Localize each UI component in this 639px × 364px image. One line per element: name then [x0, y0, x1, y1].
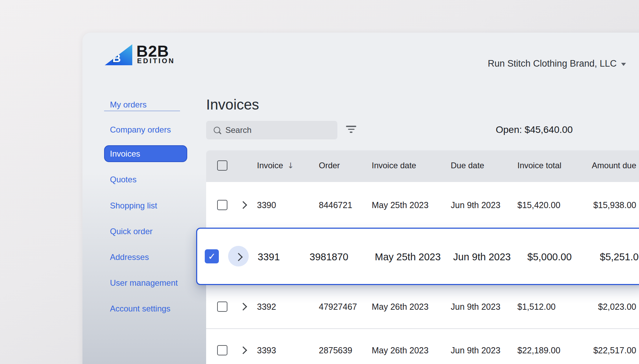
sort-desc-icon: ↓	[287, 161, 294, 170]
cell-amount-due: $5,251.00	[600, 251, 639, 263]
chevron-right-icon[interactable]	[239, 303, 247, 311]
table-row[interactable]: 3390 8446721 May 25th 2023 Jun 9th 2023 …	[206, 182, 639, 228]
row-checkbox[interactable]	[217, 345, 227, 355]
search-box	[206, 121, 337, 139]
logo-text-sub: EDITION	[137, 57, 175, 65]
row-checkbox-checked[interactable]: ✓	[205, 249, 219, 263]
sidebar-item-quotes[interactable]: Quotes	[110, 175, 136, 184]
open-amount-summary: Open: $45,640.00	[496, 124, 573, 135]
filter-button[interactable]	[345, 126, 358, 136]
cell-amount-due: $2,023.00	[598, 302, 636, 312]
cell-order: 3981870	[310, 251, 348, 263]
cell-invoice-total: $22,189.00	[517, 345, 560, 355]
cell-order: 2875639	[319, 345, 352, 355]
sidebar-divider	[104, 111, 180, 111]
cell-invoice: 3391	[258, 251, 280, 263]
cell-due-date: Jun 9th 2023	[451, 200, 501, 210]
cell-invoice-total: $5,000.00	[527, 251, 572, 263]
sidebar-item-addresses[interactable]: Addresses	[110, 252, 149, 262]
sidebar-item-quick-order[interactable]: Quick order	[110, 227, 153, 236]
cell-invoice: 3392	[257, 302, 276, 312]
cell-invoice-date: May 26th 2023	[372, 345, 428, 355]
sidebar-item-account-settings[interactable]: Account settings	[110, 304, 170, 314]
sidebar-item-shopping-list[interactable]: Shopping list	[110, 201, 157, 211]
cell-invoice-date: May 26th 2023	[372, 302, 428, 312]
chevron-right-icon[interactable]	[239, 201, 247, 209]
search-input[interactable]	[206, 121, 337, 139]
cell-invoice-date: May 25th 2023	[372, 200, 428, 210]
sidebar-item-invoices-active[interactable]: Invoices	[104, 145, 187, 162]
cell-amount-due: $22,517.00	[593, 345, 636, 355]
filter-icon	[346, 126, 356, 127]
expand-row-button[interactable]	[228, 246, 249, 266]
sidebar-item-user-management[interactable]: User management	[110, 278, 178, 288]
page-title: Invoices	[206, 96, 259, 113]
cell-order: 8446721	[319, 200, 352, 210]
column-header-amount-due[interactable]: Amount due	[592, 161, 636, 170]
cell-invoice-total: $15,420.00	[517, 200, 560, 210]
cell-due-date: Jun 9th 2023	[453, 251, 511, 263]
company-selector[interactable]: Run Stitch Clothing Brand, LLC	[488, 58, 626, 69]
cell-invoice: 3393	[257, 345, 276, 355]
select-all-checkbox[interactable]	[217, 160, 227, 171]
sidebar	[82, 33, 207, 364]
table-row[interactable]: 3393 2875639 May 26th 2023 Jun 9th 2023 …	[206, 330, 639, 364]
column-header-order[interactable]: Order	[319, 161, 340, 170]
cell-amount-due: $15,938.00	[593, 200, 636, 210]
table-row[interactable]: 3392 47927467 May 26th 2023 Jun 9th 2023…	[206, 285, 639, 329]
selected-table-row[interactable]: ✓ 3391 3981870 May 25th 2023 Jun 9th 202…	[196, 228, 639, 285]
column-header-invoice-total[interactable]: Invoice total	[517, 161, 561, 170]
company-name: Run Stitch Clothing Brand, LLC	[488, 58, 617, 69]
column-header-invoice[interactable]: Invoice↓	[257, 161, 294, 170]
check-icon: ✓	[205, 249, 219, 263]
chevron-down-icon	[621, 63, 626, 66]
cell-due-date: Jun 9th 2023	[451, 302, 501, 312]
cell-invoice-total: $1,512.00	[517, 302, 556, 312]
column-header-invoice-date[interactable]: Invoice date	[372, 161, 416, 170]
cell-due-date: Jun 9th 2023	[451, 345, 501, 355]
column-header-due-date[interactable]: Due date	[451, 161, 484, 170]
sidebar-item-my-orders[interactable]: My orders	[110, 100, 147, 110]
sidebar-item-company-orders[interactable]: Company orders	[110, 125, 171, 135]
row-checkbox[interactable]	[217, 200, 227, 210]
row-checkbox[interactable]	[217, 302, 227, 312]
chevron-right-icon	[234, 253, 243, 261]
table-header: Invoice↓ Order Invoice date Due date Inv…	[206, 150, 639, 182]
cell-order: 47927467	[319, 302, 357, 312]
sidebar-item-label: Invoices	[110, 149, 140, 159]
chevron-right-icon[interactable]	[239, 346, 247, 354]
cell-invoice: 3390	[257, 200, 276, 210]
cell-invoice-date: May 25th 2023	[375, 251, 441, 263]
invoices-page: B B2B EDITION Run Stitch Clothing Brand,…	[0, 0, 639, 364]
